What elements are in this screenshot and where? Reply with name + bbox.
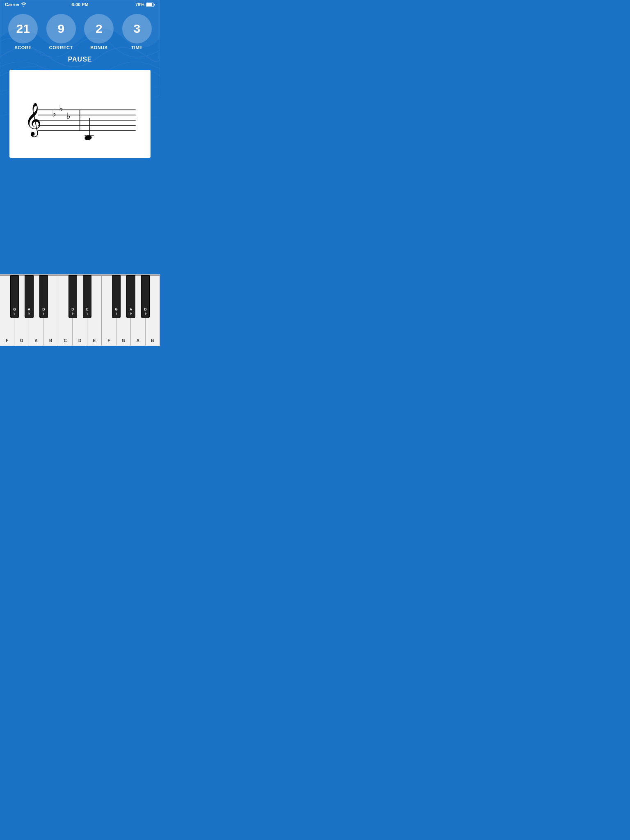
carrier-info: Carrier [5, 2, 26, 7]
sheet-music-svg: 𝄞 ♭ ♭ ♭ [16, 78, 144, 150]
score-value: 21 [16, 22, 30, 36]
correct-value: 9 [57, 22, 64, 36]
time-stat: 3 TIME [122, 14, 152, 50]
time-label: TIME [131, 45, 143, 50]
piano-keyboard: FGABCDEFGABG♭A♭B♭D♭E♭G♭A♭B♭ [0, 274, 160, 346]
bonus-value: 2 [96, 22, 103, 36]
battery-icon [146, 2, 155, 7]
battery-info: 79% [135, 2, 155, 7]
stats-row: 21 SCORE 9 CORRECT 2 BONUS 3 TIME [0, 14, 160, 50]
svg-text:𝄞: 𝄞 [25, 103, 42, 137]
score-stat: 21 SCORE [8, 14, 38, 50]
black-key-Ab-6[interactable]: A♭ [126, 275, 135, 318]
svg-text:♭: ♭ [59, 103, 63, 113]
time-value: 3 [133, 22, 140, 36]
status-bar: Carrier 6:00 PM 79% [0, 0, 160, 9]
bonus-stat: 2 BONUS [84, 14, 114, 50]
black-key-Eb-4[interactable]: E♭ [83, 275, 91, 318]
pause-button[interactable]: PAUSE [68, 56, 92, 63]
carrier-label: Carrier [5, 2, 20, 7]
main-content: 21 SCORE 9 CORRECT 2 BONUS 3 TIME PAUSE [0, 9, 160, 158]
svg-point-0 [23, 6, 24, 7]
bonus-circle: 2 [84, 14, 114, 43]
time-circle: 3 [122, 14, 152, 43]
black-key-Gb-5[interactable]: G♭ [112, 275, 121, 318]
svg-text:♭: ♭ [52, 109, 56, 119]
piano-section: FGABCDEFGABG♭A♭B♭D♭E♭G♭A♭B♭ [0, 274, 160, 346]
svg-text:♭: ♭ [66, 111, 71, 121]
svg-rect-2 [154, 4, 155, 5]
black-key-Db-3[interactable]: D♭ [68, 275, 77, 318]
score-label: SCORE [14, 45, 32, 50]
black-key-Gb-0[interactable]: G♭ [10, 275, 19, 318]
score-circle: 21 [8, 14, 38, 43]
svg-rect-3 [146, 3, 152, 6]
correct-circle: 9 [46, 14, 76, 43]
black-key-Bb-7[interactable]: B♭ [141, 275, 150, 318]
wifi-icon [21, 2, 26, 7]
bonus-label: BONUS [90, 45, 107, 50]
correct-label: CORRECT [49, 45, 73, 50]
status-time: 6:00 PM [71, 2, 89, 7]
correct-stat: 9 CORRECT [46, 14, 76, 50]
battery-percent: 79% [135, 2, 144, 7]
black-key-Ab-1[interactable]: A♭ [25, 275, 33, 318]
sheet-music-area: 𝄞 ♭ ♭ ♭ [9, 70, 150, 158]
black-key-Bb-2[interactable]: B♭ [39, 275, 48, 318]
